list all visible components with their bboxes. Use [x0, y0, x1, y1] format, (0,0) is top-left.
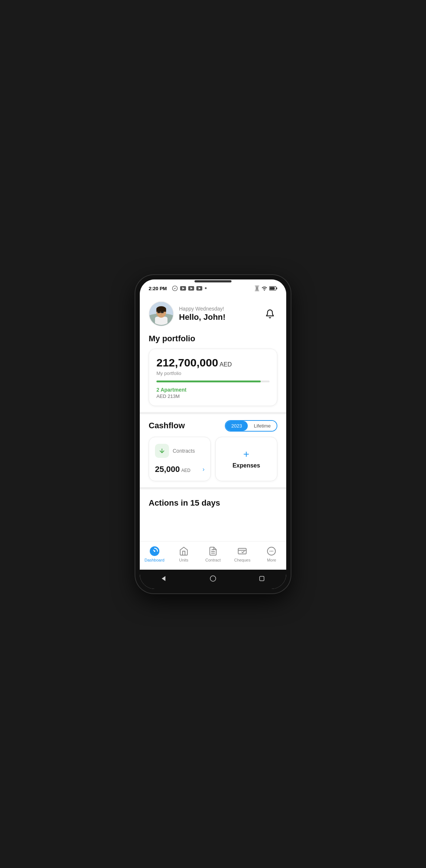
recents-button[interactable]	[256, 573, 268, 584]
progress-bar-container	[156, 381, 270, 382]
period-toggle: 2023 Lifetime	[225, 420, 277, 432]
header: Happy Wednesday! Hello, John!	[140, 295, 286, 331]
portfolio-amount-value: 212,700,000	[156, 356, 218, 369]
user-info: Happy Wednesday! Hello, John!	[149, 301, 226, 326]
media-icon-1	[180, 286, 186, 291]
nav-item-more[interactable]: More	[257, 544, 286, 564]
cashflow-cards: Contracts 25,000 AED › +	[140, 437, 286, 481]
back-triangle-icon	[160, 575, 168, 582]
dashboard-svg	[149, 546, 160, 556]
contracts-label: Contracts	[173, 448, 195, 454]
svg-rect-21	[158, 311, 160, 313]
contract-icon	[208, 546, 218, 556]
cashflow-section: Cashflow 2023 Lifetime	[140, 420, 286, 481]
svg-rect-12	[270, 287, 275, 290]
status-icons-left: •	[172, 285, 207, 292]
period-lifetime-button[interactable]: Lifetime	[248, 421, 277, 431]
day-greeting: Happy Wednesday!	[179, 306, 226, 312]
svg-rect-28	[238, 548, 246, 554]
cheques-svg	[237, 546, 247, 556]
cashflow-header: Cashflow 2023 Lifetime	[140, 420, 286, 432]
contracts-amount: 25,000 AED	[155, 465, 190, 474]
nav-item-units[interactable]: Units	[169, 544, 198, 564]
portfolio-section: My portfolio 212,700,000 AED My portfoli…	[140, 331, 286, 406]
contracts-amount-value: 25,000	[155, 465, 180, 474]
portfolio-title: My portfolio	[149, 334, 277, 343]
property-value: AED 213M	[156, 393, 270, 399]
contract-nav-label: Contract	[205, 558, 221, 562]
portfolio-card[interactable]: 212,700,000 AED My portfolio 2 Apartment…	[149, 349, 277, 406]
avatar	[149, 301, 174, 326]
contracts-card-header: Contracts	[155, 444, 204, 458]
svg-rect-20	[156, 309, 166, 312]
expenses-content: + Expenses	[233, 449, 260, 469]
device-notch	[195, 280, 231, 282]
actions-title: Actions in 15 days	[149, 498, 277, 508]
contracts-card[interactable]: Contracts 25,000 AED ›	[149, 437, 211, 481]
cashflow-title: Cashflow	[149, 421, 185, 430]
actions-section: Actions in 15 days	[140, 495, 286, 517]
media-icon-2	[188, 286, 194, 291]
units-svg	[179, 546, 189, 556]
avatar-svg	[149, 302, 173, 326]
svg-point-31	[270, 550, 271, 552]
units-nav-label: Units	[179, 558, 188, 562]
svg-rect-11	[276, 287, 277, 289]
svg-point-25	[154, 550, 155, 552]
dashboard-nav-label: Dashboard	[145, 558, 165, 562]
contracts-amount-currency: AED	[181, 468, 190, 473]
bottom-nav: Dashboard Units	[140, 541, 286, 570]
units-icon	[179, 546, 189, 556]
svg-point-33	[273, 550, 274, 552]
nav-item-cheques[interactable]: Cheques	[228, 544, 257, 564]
expenses-plus-icon: +	[243, 449, 249, 459]
back-button[interactable]	[158, 573, 170, 584]
svg-point-9	[264, 289, 265, 291]
portfolio-currency: AED	[220, 361, 232, 368]
expenses-label: Expenses	[233, 462, 260, 469]
portfolio-label: My portfolio	[156, 371, 270, 376]
svg-rect-36	[260, 576, 264, 581]
scroll-area: Happy Wednesday! Hello, John! My portfol…	[140, 295, 286, 541]
contracts-chevron-icon: ›	[203, 466, 204, 473]
svg-point-35	[210, 576, 216, 581]
user-name: Hello, John!	[179, 312, 226, 322]
greeting-text: Happy Wednesday! Hello, John!	[179, 306, 226, 322]
more-svg	[267, 546, 276, 556]
expenses-card[interactable]: + Expenses	[215, 437, 277, 481]
svg-rect-22	[161, 311, 164, 313]
progress-bar-fill	[156, 381, 261, 382]
nav-item-contract[interactable]: Contract	[198, 544, 227, 564]
dashboard-icon	[149, 546, 160, 556]
status-icons-right	[254, 285, 277, 291]
portfolio-amount: 212,700,000 AED	[156, 356, 270, 369]
download-arrow-icon	[159, 448, 165, 454]
check-circle-icon	[172, 285, 178, 291]
notification-button[interactable]	[263, 306, 277, 321]
status-left-group: 2:20 PM	[149, 285, 207, 292]
section-divider	[140, 412, 286, 414]
nav-item-dashboard[interactable]: Dashboard	[140, 544, 169, 564]
device-screen: 2:20 PM	[140, 279, 286, 589]
media-icon-3	[196, 286, 202, 291]
bell-icon	[265, 309, 275, 319]
wifi-icon	[261, 286, 268, 291]
more-nav-label: More	[267, 558, 276, 562]
signal-icon	[254, 285, 260, 291]
cheques-nav-label: Cheques	[234, 558, 250, 562]
device-frame: 2:20 PM	[135, 275, 291, 593]
home-button[interactable]	[207, 573, 219, 584]
section-divider-2	[140, 487, 286, 489]
cheques-icon	[237, 546, 247, 556]
svg-point-32	[271, 550, 272, 552]
more-icon	[266, 546, 277, 556]
battery-icon	[269, 286, 277, 291]
period-2023-button[interactable]: 2023	[226, 421, 248, 431]
avatar-image	[149, 302, 173, 326]
home-circle-icon	[210, 575, 216, 582]
recents-square-icon	[258, 575, 265, 582]
dot-indicator: •	[204, 285, 207, 292]
contracts-icon-bg	[155, 444, 169, 458]
status-time: 2:20 PM	[149, 286, 167, 291]
svg-marker-34	[162, 576, 165, 581]
